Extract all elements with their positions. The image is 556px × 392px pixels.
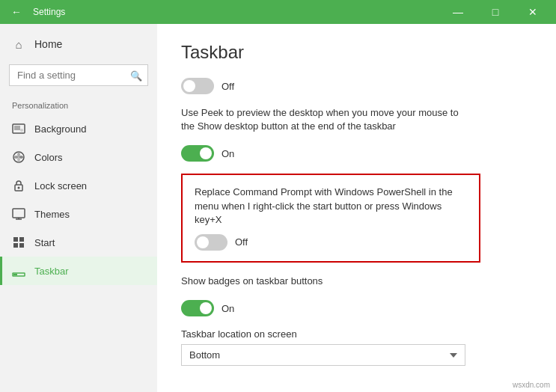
sidebar-item-lock-screen[interactable]: Lock screen [0, 171, 157, 200]
taskbar-icon [12, 264, 25, 278]
search-icon: 🔍 [130, 70, 142, 81]
start-icon [12, 236, 25, 249]
svg-rect-10 [19, 237, 24, 242]
sidebar-item-home[interactable]: ⌂ Home [0, 30, 157, 58]
toggle-row-1: Off [181, 78, 532, 94]
sidebar-item-taskbar[interactable]: Taskbar [0, 257, 157, 285]
back-button[interactable]: ← [6, 1, 27, 22]
taskbar-label: Taskbar [34, 266, 69, 277]
sidebar-item-start[interactable]: Start [0, 228, 157, 257]
sidebar-item-themes[interactable]: Themes [0, 200, 157, 228]
watermark: wsxdn.com [513, 381, 550, 389]
toggle-switch-peek[interactable] [181, 145, 214, 162]
peek-description: Use Peek to preview the desktop when you… [181, 106, 465, 133]
start-label: Start [34, 237, 55, 248]
svg-rect-14 [13, 274, 17, 275]
minimize-button[interactable]: — [441, 0, 475, 24]
lock-icon [12, 179, 25, 192]
svg-point-5 [18, 187, 20, 189]
colors-label: Colors [34, 152, 63, 163]
setting-badges: Show badges on taskbar buttons [181, 275, 532, 288]
setting-peek: Use Peek to preview the desktop when you… [181, 106, 532, 133]
toggle-switch-1[interactable] [181, 78, 214, 94]
svg-rect-6 [13, 209, 25, 218]
toggle-knob-peek [200, 147, 212, 159]
themes-icon [12, 207, 25, 221]
home-icon: ⌂ [12, 37, 25, 51]
svg-point-2 [20, 129, 23, 132]
title-bar: ← Settings — □ ✕ [0, 0, 556, 24]
toggle-label-powershell: Off [235, 236, 248, 248]
taskbar-location-row: Taskbar location on screen Bottom Top Le… [181, 328, 532, 366]
toggle-label-peek: On [222, 148, 234, 159]
colors-icon [12, 150, 25, 164]
taskbar-location-select[interactable]: Bottom Top Left Right [181, 344, 465, 366]
window-title: Settings [33, 7, 441, 17]
section-label: Personalization [0, 92, 157, 114]
toggle-knob-badges [200, 302, 212, 314]
sidebar-item-colors[interactable]: Colors [0, 143, 157, 171]
app-body: ⌂ Home 🔍 Personalization Background [0, 24, 556, 392]
toggle-knob-1 [183, 80, 195, 92]
toggle-switch-badges[interactable] [181, 300, 214, 316]
badges-description: Show badges on taskbar buttons [181, 275, 465, 288]
lock-screen-label: Lock screen [34, 180, 87, 192]
background-icon [12, 122, 25, 135]
svg-rect-12 [19, 243, 24, 248]
svg-rect-9 [13, 237, 18, 242]
window-controls: — □ ✕ [441, 0, 550, 24]
home-label: Home [34, 38, 62, 50]
search-container: 🔍 [9, 64, 148, 86]
maximize-button[interactable]: □ [478, 0, 513, 24]
themes-label: Themes [34, 209, 70, 220]
toggle-row-badges: On [181, 300, 532, 316]
svg-rect-1 [14, 126, 20, 130]
close-button[interactable]: ✕ [516, 0, 550, 24]
svg-rect-11 [13, 243, 18, 248]
search-input[interactable] [9, 64, 148, 86]
background-label: Background [34, 123, 86, 135]
back-icon: ← [11, 6, 22, 18]
toggle-label-1: Off [222, 81, 234, 92]
powershell-highlight-box: Replace Command Prompt with Windows Powe… [181, 174, 480, 263]
page-title: Taskbar [181, 42, 532, 63]
sidebar-item-background[interactable]: Background [0, 114, 157, 143]
powershell-description: Replace Command Prompt with Windows Powe… [195, 186, 467, 227]
toggle-row-powershell: Off [195, 234, 467, 251]
toggle-switch-powershell[interactable] [195, 234, 227, 251]
sidebar: ⌂ Home 🔍 Personalization Background [0, 24, 157, 392]
content-area: Taskbar Off Use Peek to preview the desk… [157, 24, 556, 392]
toggle-row-peek: On [181, 145, 532, 162]
toggle-knob-powershell [197, 236, 209, 248]
toggle-label-badges: On [222, 303, 234, 314]
dropdown-label: Taskbar location on screen [181, 328, 532, 340]
